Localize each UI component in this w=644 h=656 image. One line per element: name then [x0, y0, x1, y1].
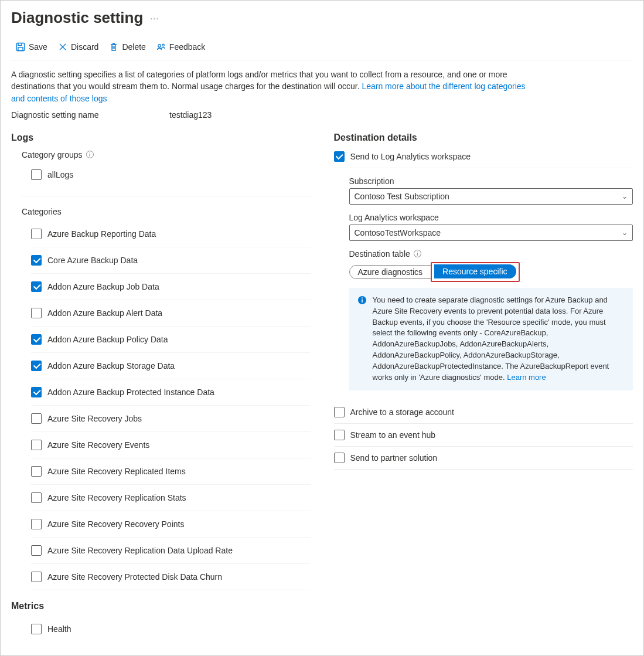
checkbox-category[interactable]: [31, 281, 42, 292]
dest-table-label: Destination table i: [349, 249, 633, 259]
category-label: Azure Site Recovery Protected Disk Data …: [47, 572, 222, 582]
toolbar: Save Discard Delete Feedback: [11, 40, 633, 60]
checkbox-label: Health: [47, 624, 71, 634]
setting-name-label: Diagnostic setting name: [11, 110, 169, 120]
category-row: Azure Site Recovery Replication Stats: [31, 485, 311, 511]
category-row: Azure Site Recovery Jobs: [31, 406, 311, 432]
subscription-value: Contoso Test Subscription: [355, 192, 449, 201]
category-label: Addon Azure Backup Protected Instance Da…: [47, 388, 214, 397]
highlight-box: Resource specific: [431, 262, 520, 282]
category-label: Addon Azure Backup Alert Data: [47, 308, 162, 318]
checkbox-category[interactable]: [31, 572, 42, 582]
category-row: Azure Site Recovery Protected Disk Data …: [31, 564, 311, 590]
feedback-button[interactable]: Feedback: [152, 40, 210, 54]
checkbox-category[interactable]: [31, 229, 42, 239]
category-label: Core Azure Backup Data: [47, 256, 138, 265]
checkbox-archive-storage[interactable]: [334, 407, 345, 417]
category-row: Azure Site Recovery Recovery Points: [31, 511, 311, 538]
dest-archive-label: Archive to a storage account: [350, 407, 454, 417]
workspace-label: Log Analytics workspace: [349, 213, 633, 222]
svg-point-2: [158, 45, 161, 47]
category-label: Azure Site Recovery Recovery Points: [47, 519, 184, 529]
pill-azure-diagnostics[interactable]: Azure diagnostics: [349, 265, 432, 279]
metrics-heading: Metrics: [11, 601, 311, 611]
workspace-select[interactable]: ContosoTestWorkspace ⌄: [349, 225, 633, 241]
discard-label: Discard: [71, 42, 98, 52]
checkbox-send-log-analytics[interactable]: [334, 151, 345, 162]
feedback-label: Feedback: [169, 42, 205, 52]
feedback-icon: [156, 42, 166, 52]
info-icon: [357, 295, 367, 383]
dest-send-la-label: Send to Log Analytics workspace: [350, 152, 471, 161]
category-label: Addon Azure Backup Policy Data: [47, 335, 168, 344]
category-row: Addon Azure Backup Protected Instance Da…: [31, 379, 311, 406]
delete-icon: [109, 42, 118, 52]
pill-resource-specific[interactable]: Resource specific: [434, 264, 516, 278]
category-label: Azure Site Recovery Jobs: [47, 414, 142, 423]
category-row: Azure Site Recovery Replicated Items: [31, 458, 311, 485]
workspace-value: ContosoTestWorkspace: [355, 228, 441, 237]
save-button[interactable]: Save: [11, 40, 52, 54]
svg-point-6: [362, 297, 363, 298]
category-label: Azure Backup Reporting Data: [47, 229, 156, 239]
category-row: Addon Azure Backup Storage Data: [31, 353, 311, 379]
checkbox-category[interactable]: [31, 440, 42, 450]
checkbox-label: allLogs: [47, 170, 73, 179]
checkbox-category[interactable]: [31, 387, 42, 397]
category-label: Azure Site Recovery Replicated Items: [47, 467, 186, 476]
category-row: Core Azure Backup Data: [31, 247, 311, 274]
banner-learn-more-link[interactable]: Learn more: [507, 373, 546, 382]
setting-name-value: testdiag123: [169, 110, 212, 120]
checkbox-category[interactable]: [31, 334, 42, 345]
category-row: Azure Site Recovery Replication Data Upl…: [31, 538, 311, 564]
page-title: Diagnostic setting: [11, 9, 143, 27]
checkbox-category[interactable]: [31, 545, 42, 556]
category-label: Addon Azure Backup Storage Data: [47, 361, 175, 371]
close-icon: [58, 42, 67, 52]
dest-partner-label: Send to partner solution: [350, 453, 438, 463]
info-banner: You need to create separate diagnostic s…: [349, 288, 633, 390]
checkbox-category[interactable]: [31, 255, 42, 266]
chevron-down-icon: ⌄: [622, 192, 628, 200]
category-groups-label: Category groups i: [22, 150, 311, 159]
logs-heading: Logs: [11, 132, 311, 143]
discard-button[interactable]: Discard: [53, 40, 103, 54]
category-label: Azure Site Recovery Events: [47, 440, 149, 450]
delete-button[interactable]: Delete: [104, 40, 150, 54]
checkbox-category[interactable]: [31, 466, 42, 477]
svg-rect-5: [362, 299, 363, 302]
checkbox-category[interactable]: [31, 492, 42, 503]
banner-text: You need to create separate diagnostic s…: [373, 295, 609, 382]
checkbox-partner-solution[interactable]: [334, 453, 345, 463]
chevron-down-icon: ⌄: [622, 229, 628, 237]
category-row: Addon Azure Backup Alert Data: [31, 300, 311, 327]
category-row: Azure Site Recovery Events: [31, 432, 311, 458]
description: A diagnostic setting specifies a list of…: [11, 69, 539, 104]
category-row: Addon Azure Backup Job Data: [31, 274, 311, 300]
destination-heading: Destination details: [334, 132, 633, 143]
save-label: Save: [29, 42, 47, 52]
dest-stream-label: Stream to an event hub: [350, 430, 436, 440]
categories-label: Categories: [22, 207, 311, 216]
checkbox-category[interactable]: [31, 361, 42, 371]
save-icon: [16, 42, 25, 52]
category-row: Azure Backup Reporting Data: [31, 221, 311, 247]
checkbox-category[interactable]: [31, 308, 42, 318]
subscription-select[interactable]: Contoso Test Subscription ⌄: [349, 188, 633, 205]
info-icon[interactable]: i: [414, 250, 421, 257]
checkbox-alllogs[interactable]: [31, 169, 42, 180]
checkbox-stream-eventhub[interactable]: [334, 430, 345, 440]
category-label: Azure Site Recovery Replication Data Upl…: [47, 546, 233, 555]
checkbox-category[interactable]: [31, 413, 42, 424]
svg-point-3: [162, 44, 165, 46]
checkbox-health[interactable]: [31, 624, 42, 634]
svg-rect-1: [18, 47, 23, 51]
category-label: Azure Site Recovery Replication Stats: [47, 493, 186, 502]
category-row: Addon Azure Backup Policy Data: [31, 327, 311, 353]
more-actions[interactable]: ···: [150, 13, 159, 23]
category-label: Addon Azure Backup Job Data: [47, 282, 159, 291]
checkbox-category[interactable]: [31, 519, 42, 529]
delete-label: Delete: [122, 42, 145, 52]
info-icon[interactable]: i: [86, 151, 94, 158]
subscription-label: Subscription: [349, 176, 633, 186]
